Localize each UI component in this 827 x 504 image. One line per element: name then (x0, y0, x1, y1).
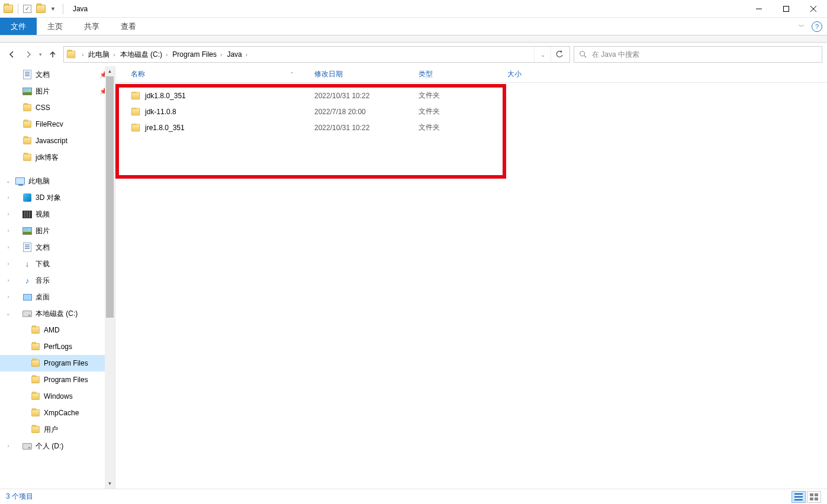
expand-chevron-icon[interactable]: › (5, 294, 12, 300)
view-large-icons-button[interactable] (807, 491, 821, 503)
scroll-up-icon[interactable]: ▲ (105, 66, 115, 76)
nav-up-button[interactable] (46, 47, 60, 62)
tree-item-label: 本地磁盘 (C:) (36, 309, 78, 319)
expand-chevron-icon[interactable]: › (5, 443, 12, 449)
breadcrumb-program-files[interactable]: Program Files› (170, 50, 224, 59)
ribbon-file-tab[interactable]: 文件 (0, 18, 37, 35)
expand-chevron-icon[interactable]: › (5, 244, 12, 250)
tree-item[interactable]: ›桌面 (0, 289, 115, 305)
tree-item[interactable]: AMD (0, 322, 115, 338)
tree-item[interactable]: XmpCache (0, 405, 115, 421)
tree-item[interactable]: CSS (0, 99, 115, 116)
tree-mus-icon: ♪ (22, 276, 32, 285)
breadcrumb-this-pc[interactable]: 此电脑› (86, 50, 117, 60)
address-history-chevron-icon[interactable]: ⌄ (534, 47, 551, 62)
ribbon-tab-home[interactable]: 主页 (37, 18, 73, 35)
expand-chevron-icon[interactable]: › (5, 211, 12, 217)
file-date: 2022/10/31 10:22 (310, 124, 414, 132)
tree-item-label: 文档 (36, 243, 50, 253)
column-name[interactable]: 名称˄ (126, 69, 310, 79)
nav-recent-chevron-icon[interactable]: ▾ (38, 51, 43, 57)
svg-point-4 (580, 51, 585, 56)
tree-item[interactable]: ›♪音乐 (0, 272, 115, 289)
column-type[interactable]: 类型 (414, 69, 503, 79)
tree-scrollbar[interactable]: ▲ ▼ (105, 66, 115, 489)
ribbon-tab-share[interactable]: 共享 (73, 18, 110, 35)
tree-item[interactable]: 文档📌 (0, 66, 115, 83)
tree-item[interactable]: ›图片 (0, 222, 115, 239)
tree-item-label: Program Files (44, 376, 88, 384)
ribbon-body-collapsed (0, 35, 827, 43)
close-button[interactable] (800, 0, 827, 18)
file-type: 文件夹 (414, 122, 503, 133)
minimize-button[interactable] (745, 0, 773, 18)
nav-back-button[interactable] (5, 47, 19, 62)
app-folder-icon (4, 5, 13, 13)
tree-item[interactable]: PerfLogs (0, 338, 115, 355)
file-row[interactable]: jdk1.8.0_3512022/10/31 10:22文件夹 (115, 88, 827, 104)
expand-chevron-icon[interactable]: › (5, 195, 12, 201)
qat-properties-icon[interactable]: ✓ (23, 5, 31, 13)
refresh-button[interactable] (551, 47, 567, 62)
expand-chevron-icon[interactable]: ⌄ (5, 178, 12, 184)
breadcrumb-root-chevron[interactable]: › (77, 51, 86, 58)
scroll-down-icon[interactable]: ▼ (105, 479, 115, 489)
file-row[interactable]: jdk-11.0.82022/7/18 20:00文件夹 (115, 104, 827, 119)
tree-item[interactable]: ⌄此电脑 (0, 173, 115, 189)
breadcrumb-label: Program Files (172, 50, 217, 59)
file-row[interactable]: jre1.8.0_3512022/10/31 10:22文件夹 (115, 119, 827, 135)
nav-row: ▾ › 此电脑› 本地磁盘 (C:)› Program Files› Java›… (0, 43, 827, 66)
tree-item[interactable]: jdk博客 (0, 149, 115, 166)
breadcrumb-label: Java (227, 50, 242, 59)
file-list[interactable]: jdk1.8.0_3512022/10/31 10:22文件夹jdk-11.0.… (115, 83, 827, 489)
ribbon-tab-view[interactable]: 查看 (110, 18, 147, 35)
tree-pic-icon (22, 226, 32, 235)
tree-item[interactable]: Program Files (0, 371, 115, 388)
ribbon-help-icon[interactable]: ? (812, 21, 822, 32)
tree-pc-icon (15, 176, 25, 186)
expand-chevron-icon[interactable]: ⌄ (5, 311, 12, 316)
expand-chevron-icon[interactable]: › (5, 228, 12, 234)
tree-item[interactable]: Windows (0, 388, 115, 405)
navigation-tree[interactable]: 文档📌图片📌CSSFileRecvJavascriptjdk博客⌄此电脑›3D … (0, 66, 115, 489)
breadcrumb-c-drive[interactable]: 本地磁盘 (C:)› (118, 50, 170, 60)
expand-chevron-icon[interactable]: › (5, 261, 12, 267)
tree-item[interactable]: ›3D 对象 (0, 189, 115, 206)
status-item-count: 3 个项目 (6, 492, 33, 502)
qat-end-separator (63, 4, 63, 14)
tree-item-label: 图片 (36, 86, 50, 96)
file-type: 文件夹 (414, 91, 503, 101)
tree-item[interactable]: 用户 (0, 421, 115, 438)
qat-customize-chevron-icon[interactable]: ▼ (48, 6, 58, 12)
view-details-button[interactable] (791, 491, 806, 503)
breadcrumb-java[interactable]: Java› (224, 50, 250, 59)
address-folder-icon (67, 51, 75, 59)
svg-rect-9 (810, 493, 813, 496)
tree-folder-icon (31, 392, 40, 401)
tree-item[interactable]: ›个人 (D:) (0, 438, 115, 454)
search-placeholder: 在 Java 中搜索 (592, 50, 639, 60)
ribbon-minimize-chevron-icon[interactable]: ﹀ (795, 20, 808, 33)
column-label: 修改日期 (314, 70, 343, 78)
content-pane: 名称˄ 修改日期 类型 大小 jdk1.8.0_3512022/10/31 10… (115, 66, 827, 489)
scroll-thumb[interactable] (106, 76, 114, 318)
address-bar[interactable]: › 此电脑› 本地磁盘 (C:)› Program Files› Java› ⌄ (63, 46, 570, 63)
nav-forward-button[interactable] (21, 47, 36, 62)
tree-item[interactable]: Javascript (0, 133, 115, 149)
qat-open-icon[interactable] (36, 5, 46, 13)
tree-item[interactable]: ⌄本地磁盘 (C:) (0, 305, 115, 322)
tree-pic-icon (22, 86, 32, 96)
tree-item[interactable]: FileRecv (0, 116, 115, 133)
svg-rect-1 (784, 6, 789, 11)
expand-chevron-icon[interactable]: › (5, 277, 12, 283)
tree-item[interactable]: ›↓下载 (0, 256, 115, 272)
tree-item[interactable]: ›文档 (0, 239, 115, 256)
tree-item[interactable]: ›视频 (0, 206, 115, 222)
tree-item[interactable]: 图片📌 (0, 83, 115, 99)
column-date[interactable]: 修改日期 (310, 69, 414, 79)
maximize-button[interactable] (773, 0, 800, 18)
search-input[interactable]: 在 Java 中搜索 (574, 46, 822, 63)
column-size[interactable]: 大小 (503, 69, 556, 79)
tree-item[interactable]: Program Files (0, 355, 115, 371)
tree-folder-icon (31, 325, 40, 335)
